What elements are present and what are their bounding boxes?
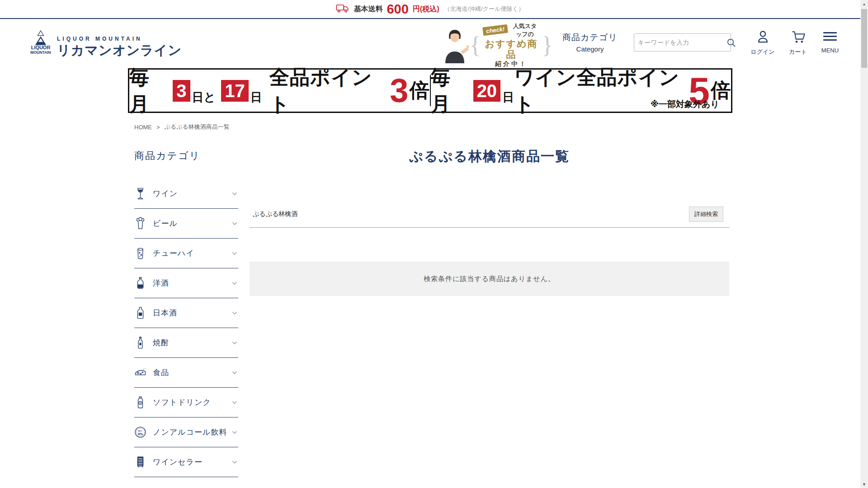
keyword-search-input[interactable] (634, 39, 723, 46)
sidebar-item-label: ソフトドリンク (153, 397, 211, 408)
staff-photo (440, 27, 470, 63)
sidebar-category-list: ワイン ビール チューハイ 洋酒 日本酒 焼酎 食品 ソフトドリンク (134, 179, 238, 477)
header: LIQUOR MOUNTAIN LIQUOR MOUNTAIN リカマンオンライ… (0, 20, 860, 64)
header-category-label: 商品カテゴリ (558, 32, 622, 43)
sidebar-item-2[interactable]: ビール (134, 209, 238, 239)
cheese-icon (134, 366, 146, 379)
cart-button[interactable]: カート (783, 30, 812, 56)
sidebar-item-5[interactable]: 日本酒 (134, 298, 238, 328)
sidebar-item-label: 食品 (153, 367, 169, 378)
mountain-logo-icon: LIQUOR MOUNTAIN (29, 30, 52, 57)
sidebar-item-label: ノンアルコール飲料 (153, 427, 227, 437)
breadcrumb-separator: > (156, 124, 160, 131)
campaign-left-text: 全品ポイント (269, 64, 386, 117)
page-title: ぷるぷる林檎酒商品一覧 (250, 147, 729, 166)
shochu-bottle-icon (134, 336, 146, 349)
sake-bottle-icon (134, 306, 146, 319)
wine-glass-icon (134, 187, 146, 200)
login-button[interactable]: ログイン (748, 30, 777, 56)
wine-cellar-icon (134, 455, 146, 469)
header-category-sublabel: Category (558, 45, 622, 53)
sidebar-item-label: ワイン (153, 188, 178, 199)
search-icon[interactable] (723, 38, 739, 48)
promo-right-brace: } (542, 28, 553, 62)
vertical-scrollbar: ▲ ▼ (860, 0, 868, 488)
truck-icon (336, 3, 349, 15)
campaign-day-20: 20 (473, 80, 501, 102)
chevron-down-icon (232, 371, 237, 375)
page: 基本送料 600 円(税込) （北海道/沖縄/クール便除く） LIQUOR MO… (0, 0, 868, 488)
campaign-right: 毎月 20 日 ワイン全品ポイント 5 倍 ※一部対象外あり (431, 70, 731, 112)
sidebar-item-label: 日本酒 (153, 308, 177, 318)
breadcrumb-current: ぷるぷる林檎酒商品一覧 (165, 123, 230, 131)
hamburger-icon (823, 30, 837, 43)
empty-result-box: 検索条件に該当する商品はありません。 (250, 262, 729, 296)
promo-check-badge: check! (482, 24, 508, 36)
campaign-day-suffix2: 日 (250, 89, 262, 105)
staff-recommendation-banner[interactable]: { check! 人気スタッフの おすすめ商品 紹介中！ } (440, 27, 553, 63)
sidebar-item-7[interactable]: 食品 (134, 358, 238, 388)
scrollbar-down-arrow[interactable]: ▼ (860, 480, 868, 488)
logo-mark-line2: MOUNTAIN (30, 50, 51, 55)
main-content: ぷるぷる林檎酒商品一覧 ぷるぷる林檎酒 詳細検索 検索条件に該当する商品はありま… (250, 147, 729, 296)
svg-text:0%: 0% (138, 432, 143, 436)
chuhai-cup-icon (134, 247, 146, 260)
search-condition-row: ぷるぷる林檎酒 詳細検索 (250, 206, 729, 223)
sidebar-item-3[interactable]: チューハイ (134, 239, 238, 268)
sidebar-title: 商品カテゴリ (134, 149, 238, 163)
campaign-right-prefix: 毎月 (431, 64, 468, 117)
logo-english-name: LIQUOR MOUNTAIN (57, 36, 182, 42)
sidebar-item-10[interactable]: ワインセラー (134, 447, 238, 477)
promo-left-brace: { (470, 28, 481, 62)
cart-label: カート (783, 48, 812, 56)
campaign-right-day-suffix: 日 (502, 89, 514, 105)
shipping-note: （北海道/沖縄/クール便除く） (444, 5, 524, 13)
chevron-down-icon (232, 401, 237, 404)
empty-result-message: 検索条件に該当する商品はありません。 (424, 275, 555, 283)
sidebar-item-label: 洋酒 (153, 278, 169, 288)
campaign-day-17: 17 (221, 80, 249, 102)
sidebar-item-1[interactable]: ワイン (134, 179, 238, 209)
shipping-label: 基本送料 (354, 5, 382, 14)
detail-search-button[interactable]: 詳細検索 (689, 206, 723, 222)
non-alcohol-zero-icon: ALC. 0% (134, 426, 146, 438)
chevron-down-icon (232, 252, 237, 255)
sidebar-item-6[interactable]: 焼酎 (134, 328, 238, 358)
logo-text: LIQUOR MOUNTAIN リカマンオンライン (57, 36, 182, 57)
search-row-divider (250, 227, 729, 228)
soft-drink-bottle-icon (134, 396, 146, 409)
category-sidebar: 商品カテゴリ ワイン ビール チューハイ 洋酒 日本酒 焼酎 食品 (134, 149, 238, 477)
sidebar-item-8[interactable]: ソフトドリンク (134, 388, 238, 418)
user-icon (756, 38, 770, 45)
chevron-down-icon (232, 311, 237, 315)
scrollbar-up-arrow[interactable]: ▲ (860, 0, 868, 8)
chevron-down-icon (232, 222, 237, 225)
campaign-left-multiplier-suffix: 倍 (410, 77, 430, 104)
campaign-left-prefix: 毎月 (129, 64, 167, 117)
chevron-down-icon (232, 282, 237, 285)
logo-mark-line1: LIQUOR (31, 45, 51, 50)
shipping-price: 600 (387, 3, 408, 16)
site-logo[interactable]: LIQUOR MOUNTAIN LIQUOR MOUNTAIN リカマンオンライ… (29, 30, 182, 57)
keyword-search-box (634, 33, 731, 52)
beer-glass-icon (134, 217, 146, 230)
shipping-notice-bar: 基本送料 600 円(税込) （北海道/沖縄/クール便除く） (0, 0, 860, 19)
campaign-note: ※一部対象外あり (651, 99, 719, 110)
promo-line1: 人気スタッフの (510, 22, 540, 38)
login-label: ログイン (748, 48, 777, 56)
scrollbar-thumb[interactable] (861, 9, 867, 68)
sidebar-item-9[interactable]: ALC. 0%ノンアルコール飲料 (134, 418, 238, 447)
campaign-day-3: 3 (173, 80, 190, 102)
points-campaign-banner[interactable]: 毎月 3 日 と 17 日 全品ポイント 3 倍 毎月 20 日 ワイン全品ポイ… (128, 68, 732, 113)
campaign-day-suffix: 日 (192, 89, 204, 105)
menu-button[interactable]: MENU (816, 30, 844, 54)
header-category-button[interactable]: 商品カテゴリ Category (558, 32, 622, 53)
promo-text: check! 人気スタッフの おすすめ商品 紹介中！ (481, 22, 542, 68)
shipping-price-suffix: 円(税込) (413, 5, 439, 14)
breadcrumb-home-link[interactable]: HOME (134, 124, 152, 131)
chevron-down-icon (232, 341, 237, 345)
sidebar-item-4[interactable]: 洋酒 (134, 268, 238, 298)
chevron-down-icon (232, 431, 237, 434)
breadcrumb: HOME > ぷるぷる林檎酒商品一覧 (134, 123, 230, 131)
campaign-connector: と (204, 89, 216, 105)
